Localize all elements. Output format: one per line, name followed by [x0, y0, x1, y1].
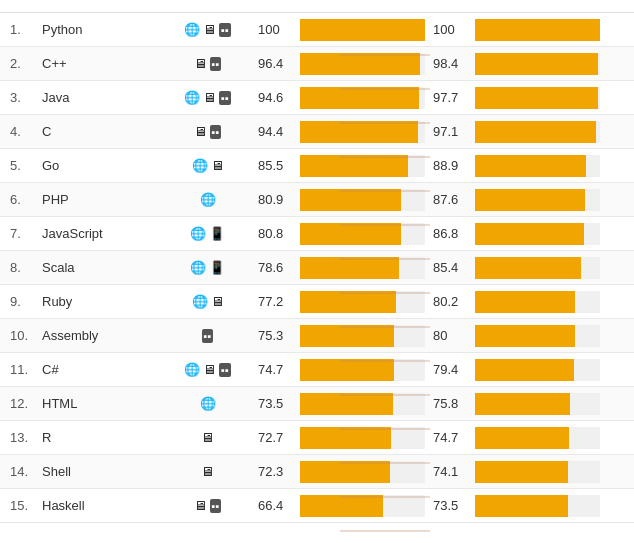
bar-value1: 94.6: [258, 90, 294, 105]
cell-bar1: 100: [250, 19, 425, 41]
bar-track2: [475, 461, 600, 483]
cell-types: 🌐 📱: [165, 226, 250, 241]
bar-fill2: [475, 189, 585, 211]
bar-fill2: [475, 393, 570, 415]
rank-number: 15.: [10, 498, 38, 513]
bar-value1: 78.6: [258, 260, 294, 275]
language-name: Ruby: [42, 294, 72, 309]
bar-fill2: [475, 427, 569, 449]
bar-value2: 79.4: [433, 362, 469, 377]
bar-value2: 86.8: [433, 226, 469, 241]
cell-rank: 12. HTML: [0, 396, 165, 411]
bar-value2: 80: [433, 328, 469, 343]
bar-track2: [475, 495, 600, 517]
cell-bar2: 87.6: [425, 189, 600, 211]
table-row: 3. Java 🌐 🖥 ▪▪ 94.6 97.7: [0, 81, 634, 115]
table-row: 1. Python 🌐 🖥 ▪▪ 100 100: [0, 13, 634, 47]
bar-fill2: [475, 19, 600, 41]
cell-bar1: 85.5: [250, 155, 425, 177]
language-name: C++: [42, 56, 67, 71]
cell-rank: 2. C++: [0, 56, 165, 71]
table-row: 5. Go 🌐 🖥 85.5 88.9: [0, 149, 634, 183]
bar-value1: 100: [258, 22, 294, 37]
bar-fill2: [475, 495, 568, 517]
bar-value1: 77.2: [258, 294, 294, 309]
cell-rank: 14. Shell: [0, 464, 165, 479]
cell-bar1: 66.4: [250, 495, 425, 517]
cell-rank: 6. PHP: [0, 192, 165, 207]
bar-track1: [300, 257, 425, 279]
cell-bar2: 100: [425, 19, 600, 41]
rank-number: 8.: [10, 260, 38, 275]
rank-number: 14.: [10, 464, 38, 479]
bar-track2: [475, 189, 600, 211]
rank-number: 12.: [10, 396, 38, 411]
bar-track2: [475, 53, 600, 75]
bar-track1: [300, 121, 425, 143]
rank-number: 3.: [10, 90, 38, 105]
bar-fill1: [300, 495, 383, 517]
bar-track1: [300, 393, 425, 415]
bar-track2: [475, 325, 600, 347]
bar-fill1: [300, 223, 401, 245]
bar-fill1: [300, 359, 394, 381]
bar-value2: 100: [433, 22, 469, 37]
bar-value2: 87.6: [433, 192, 469, 207]
bar-value2: 97.7: [433, 90, 469, 105]
language-name: Assembly: [42, 328, 98, 343]
bar-track1: [300, 87, 425, 109]
cell-bar2: 86.8: [425, 223, 600, 245]
bar-fill2: [475, 223, 584, 245]
cell-bar1: 80.9: [250, 189, 425, 211]
table-header: [0, 0, 634, 13]
bar-value1: 73.5: [258, 396, 294, 411]
rank-number: 6.: [10, 192, 38, 207]
bar-track1: [300, 19, 425, 41]
main-table: 1. Python 🌐 🖥 ▪▪ 100 100 2. C++ 🖥 ▪▪ 96.…: [0, 0, 634, 523]
bar-fill2: [475, 87, 598, 109]
language-name: JavaScript: [42, 226, 103, 241]
bar-track1: [300, 427, 425, 449]
rank-number: 1.: [10, 22, 38, 37]
language-name: C#: [42, 362, 59, 377]
cell-types: 🖥 ▪▪: [165, 498, 250, 513]
cell-types: 🌐 📱: [165, 260, 250, 275]
cell-types: 🖥 ▪▪: [165, 124, 250, 139]
cell-bar1: 72.3: [250, 461, 425, 483]
bar-fill1: [300, 53, 420, 75]
cell-bar2: 80.2: [425, 291, 600, 313]
table-row: 12. HTML 🌐 73.5 75.8: [0, 387, 634, 421]
cell-rank: 9. Ruby: [0, 294, 165, 309]
bar-fill1: [300, 189, 401, 211]
bar-track2: [475, 257, 600, 279]
table-row: 14. Shell 🖥 72.3 74.1: [0, 455, 634, 489]
bar-value2: 74.1: [433, 464, 469, 479]
bar-track2: [475, 19, 600, 41]
bar-fill1: [300, 155, 408, 177]
bar-value1: 85.5: [258, 158, 294, 173]
language-name: Scala: [42, 260, 75, 275]
cell-bar1: 94.6: [250, 87, 425, 109]
bar-value2: 97.1: [433, 124, 469, 139]
table-body: 1. Python 🌐 🖥 ▪▪ 100 100 2. C++ 🖥 ▪▪ 96.…: [0, 13, 634, 523]
bar-value2: 88.9: [433, 158, 469, 173]
table-row: 6. PHP 🌐 80.9 87.6: [0, 183, 634, 217]
cell-bar2: 97.7: [425, 87, 600, 109]
table-row: 7. JavaScript 🌐 📱 80.8 86.8: [0, 217, 634, 251]
bar-fill1: [300, 325, 394, 347]
cell-bar2: 74.7: [425, 427, 600, 449]
language-name: C: [42, 124, 51, 139]
rank-number: 4.: [10, 124, 38, 139]
bar-fill2: [475, 257, 581, 279]
cell-bar2: 97.1: [425, 121, 600, 143]
cell-types: 🌐: [165, 396, 250, 411]
cell-bar1: 77.2: [250, 291, 425, 313]
bar-fill2: [475, 325, 575, 347]
cell-rank: 4. C: [0, 124, 165, 139]
cell-bar2: 85.4: [425, 257, 600, 279]
cell-bar1: 73.5: [250, 393, 425, 415]
bar-track1: [300, 189, 425, 211]
cell-rank: 1. Python: [0, 22, 165, 37]
bar-value2: 74.7: [433, 430, 469, 445]
bar-track1: [300, 223, 425, 245]
